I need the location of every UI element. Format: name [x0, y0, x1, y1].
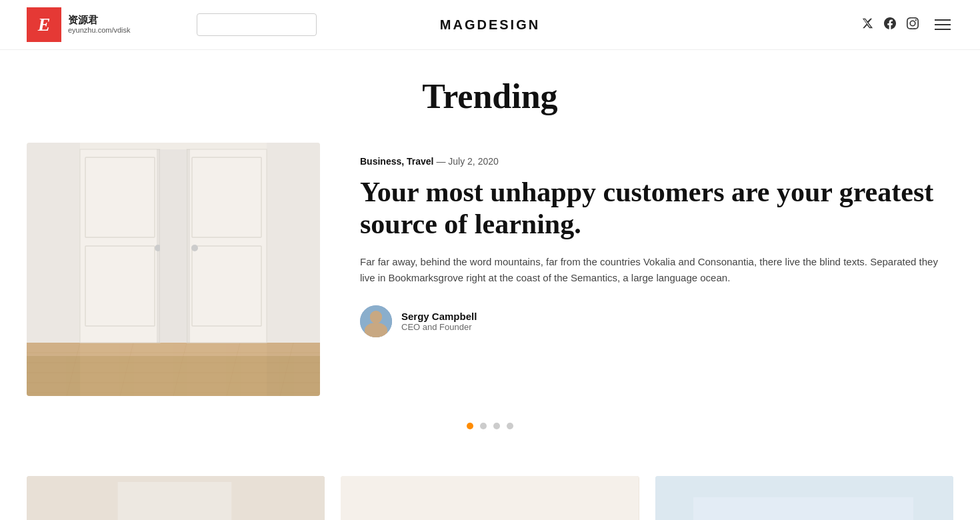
dot-2[interactable]	[480, 423, 487, 429]
logo-letter: E	[27, 7, 61, 42]
social-icons	[861, 17, 919, 32]
svg-rect-20	[187, 149, 190, 343]
logo-area[interactable]: E 资源君 eyunzhu.com/vdisk	[27, 7, 131, 42]
article-date: — July 2, 2020	[436, 156, 498, 167]
door-scene-svg	[27, 143, 320, 396]
slider-dots	[27, 423, 953, 429]
svg-rect-40	[693, 497, 913, 520]
grid-card-1[interactable]	[27, 476, 325, 520]
svg-point-26	[360, 305, 392, 337]
logo-url: eyunzhu.com/vdisk	[68, 26, 131, 35]
svg-rect-25	[267, 143, 320, 396]
featured-image	[27, 143, 320, 396]
bottom-grid	[27, 476, 953, 520]
header-right	[861, 17, 953, 33]
twitter-icon[interactable]	[861, 17, 873, 32]
search-input[interactable]	[197, 13, 317, 36]
main-content: Trending	[0, 50, 980, 520]
facebook-icon[interactable]	[884, 17, 896, 32]
svg-rect-23	[160, 149, 187, 343]
site-title: MAGDESIGN	[440, 17, 540, 33]
search-bar[interactable]	[197, 13, 317, 36]
svg-rect-32	[341, 476, 639, 520]
grid-card-2[interactable]	[341, 476, 639, 520]
author-name: Sergy Campbell	[401, 311, 477, 322]
featured-content: Business, Travel — July 2, 2020 Your mos…	[360, 143, 953, 337]
article-categories: Business, Travel — July 2, 2020	[360, 156, 953, 167]
svg-point-28	[366, 325, 386, 337]
svg-point-27	[370, 311, 382, 323]
category-separator: ,	[401, 156, 407, 167]
trending-title: Trending	[27, 77, 953, 116]
avatar	[360, 305, 392, 337]
logo-chinese: 资源君	[68, 14, 131, 26]
dot-3[interactable]	[493, 423, 500, 429]
trending-section: Trending	[27, 50, 953, 476]
category-travel[interactable]: Travel	[407, 156, 433, 167]
author-role: CEO and Founder	[401, 322, 477, 332]
svg-rect-31	[118, 482, 232, 520]
author-area: Sergy Campbell CEO and Founder	[360, 305, 953, 337]
grid-card-3[interactable]	[655, 476, 953, 520]
hamburger-menu[interactable]	[932, 17, 953, 33]
category-business[interactable]: Business	[360, 156, 401, 167]
svg-point-21	[191, 245, 198, 251]
svg-rect-24	[27, 143, 80, 396]
article-excerpt: Far far away, behind the word mountains,…	[360, 254, 953, 287]
featured-article: Business, Travel — July 2, 2020 Your mos…	[27, 143, 953, 396]
dot-4[interactable]	[507, 423, 513, 429]
featured-image-container[interactable]	[27, 143, 320, 396]
article-title[interactable]: Your most unhappy customers are your gre…	[360, 176, 953, 241]
author-info: Sergy Campbell CEO and Founder	[401, 311, 477, 332]
header: E 资源君 eyunzhu.com/vdisk MAGDESIGN	[0, 0, 980, 50]
dot-1[interactable]	[467, 423, 473, 429]
instagram-icon[interactable]	[907, 17, 919, 32]
